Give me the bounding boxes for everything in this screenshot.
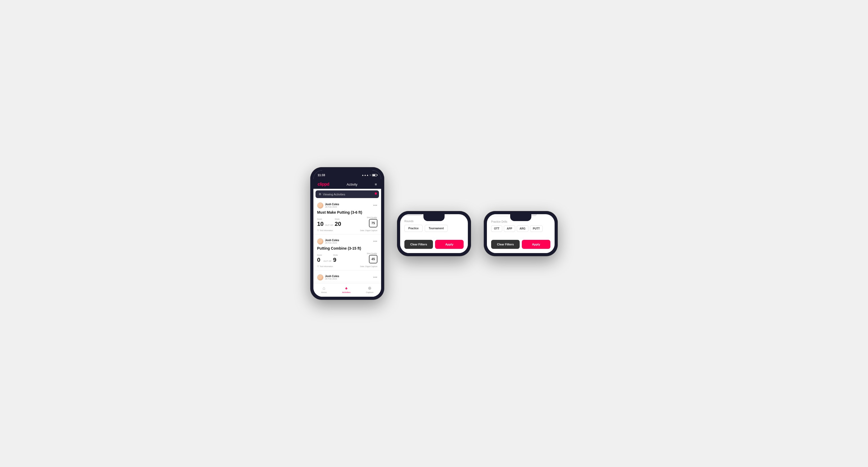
score-label-1: Score: [317, 218, 323, 220]
data-source-1: Data: Clippd Capture: [360, 229, 377, 231]
drill-tags-3: OTT APP ARG PUTT: [491, 225, 550, 232]
wifi-icon-3: ≈: [543, 218, 545, 220]
activities-icon: ♠: [345, 286, 347, 291]
filter-rounds-btn[interactable]: Rounds: [404, 214, 422, 216]
filter-tournament-btn[interactable]: Tournament: [425, 225, 448, 232]
card-user: Josh Coles 28 Feb 2023: [317, 202, 339, 209]
test-info-2: ⓘ Test Information: [317, 265, 333, 268]
wifi-icon: ≈: [370, 174, 371, 176]
filter-rounds-btn-3[interactable]: Rounds: [491, 214, 509, 216]
logo: clippd: [318, 182, 329, 187]
user-date-2: 28 Feb 2023: [325, 242, 339, 244]
drill-ott[interactable]: OTT: [491, 225, 502, 232]
avatar-1: [317, 202, 323, 209]
clear-filters-btn-3[interactable]: Clear Filters: [491, 240, 520, 249]
wifi-icon-2: ≈: [457, 218, 458, 220]
out-of-label-1: OUT OF: [324, 224, 334, 226]
scene: 11:33 ▲▲▲ ≈ clippd Activity ≡ ⚙ Vi: [300, 151, 568, 316]
more-icon-3[interactable]: •••: [373, 276, 377, 279]
signal-icon-3: ▲▲▲: [535, 218, 542, 220]
shots-value-2: 9: [333, 256, 338, 263]
status-icons-3: ▲▲▲ ≈: [535, 218, 550, 220]
shot-quality-label-1: Shot Quality: [367, 217, 377, 218]
status-time: 11:33: [318, 174, 325, 177]
clear-filters-btn-2[interactable]: Clear Filters: [404, 240, 433, 249]
user-date-1: 28 Feb 2023: [325, 206, 339, 208]
drill-arg[interactable]: ARG: [517, 225, 528, 232]
apply-btn-3[interactable]: Apply: [522, 240, 550, 249]
filter-practice-btn[interactable]: Practice: [404, 225, 423, 232]
viewing-activities-banner[interactable]: ⚙ Viewing Activities: [315, 190, 379, 198]
avatar-3: [317, 274, 323, 281]
notch: [337, 170, 358, 177]
nav-capture[interactable]: ⊕ Capture: [366, 286, 373, 293]
signal-icon: ▲▲▲: [362, 174, 369, 176]
app-header: clippd Activity ≡: [313, 180, 381, 189]
activity-card-1: Josh Coles 28 Feb 2023 ••• Must Make Put…: [313, 200, 381, 235]
rounds-options-2: Practice Tournament: [404, 225, 464, 232]
card-user-3: Josh Coles 28 Feb 2023: [317, 274, 339, 281]
shot-quality-badge-1: 75: [369, 219, 377, 227]
activity-card-2: Josh Coles 28 Feb 2023 ••• Putting Combi…: [313, 236, 381, 271]
user-name-3: Josh Coles: [325, 275, 339, 278]
out-of-label-2: OUT OF: [323, 260, 332, 262]
notch-2: [424, 214, 444, 221]
shots-value-1: 20: [335, 221, 341, 227]
filter-dot: [375, 192, 377, 195]
shot-quality-label-2: Shot Quality: [367, 253, 377, 254]
activity-title-2: Putting Combine (3-15 ft): [317, 246, 377, 250]
sheet-footer-3: Clear Filters Apply: [487, 240, 555, 249]
activity-card-3: Josh Coles 28 Feb 2023 •••: [313, 272, 381, 282]
score-value-2: 0: [317, 256, 322, 263]
shots-label-1: Shots: [335, 218, 341, 220]
header-title: Activity: [346, 183, 357, 186]
shot-quality-badge-2: 45: [369, 255, 377, 263]
phone-activities: 11:33 ▲▲▲ ≈ clippd Activity ≡ ⚙ Vi: [310, 167, 384, 300]
home-icon: ⌂: [323, 286, 325, 291]
data-source-2: Data: Clippd Capture: [360, 266, 377, 267]
battery-icon-3: [546, 218, 550, 220]
menu-icon[interactable]: ≡: [375, 182, 377, 186]
sheet-footer-2: Clear Filters Apply: [400, 240, 468, 249]
signal-icon-2: ▲▲▲: [448, 218, 456, 220]
shots-label-2: Shots: [333, 254, 338, 256]
filter-icon: ⚙: [319, 192, 321, 196]
activities-label: Activities: [342, 291, 351, 293]
more-icon-1[interactable]: •••: [373, 204, 377, 207]
phone-filter-rounds: 11:33 ▲▲▲ ≈ clippd Activity ≡ ⚙ View: [397, 211, 471, 256]
avatar-2: [317, 238, 323, 245]
phone-filter-practice: 11:33 ▲▲▲ ≈ clippd Activity ≡ ⚙ View: [484, 211, 558, 256]
score-label-2: Score: [317, 254, 322, 256]
viewing-label: Viewing Activities: [323, 193, 345, 196]
nav-home[interactable]: ⌂ Home: [321, 286, 327, 293]
drill-putt[interactable]: PUTT: [530, 225, 543, 232]
apply-btn-2[interactable]: Apply: [435, 240, 464, 249]
battery-icon-2: [459, 218, 464, 220]
capture-label: Capture: [366, 291, 373, 293]
notch-3: [510, 214, 531, 221]
status-icons: ▲▲▲ ≈: [362, 174, 377, 176]
bottom-nav: ⌂ Home ♠ Activities ⊕ Capture: [313, 283, 381, 297]
status-time-3: 11:33: [491, 217, 499, 221]
drill-app[interactable]: APP: [504, 225, 515, 232]
test-info-1: ⓘ Test Information: [317, 229, 333, 232]
user-name-2: Josh Coles: [325, 239, 339, 242]
status-icons-2: ▲▲▲ ≈: [448, 218, 464, 220]
nav-activities[interactable]: ♠ Activities: [342, 286, 351, 293]
card-user-2: Josh Coles 28 Feb 2023: [317, 238, 339, 245]
more-icon-2[interactable]: •••: [373, 240, 377, 243]
user-date-3: 28 Feb 2023: [325, 278, 339, 280]
activity-title-1: Must Make Putting (3-6 ft): [317, 210, 377, 214]
score-value-1: 10: [317, 221, 323, 227]
battery-icon: [372, 174, 377, 176]
user-name-1: Josh Coles: [325, 203, 339, 206]
home-label: Home: [321, 291, 327, 293]
capture-icon: ⊕: [368, 286, 371, 291]
status-time-2: 11:33: [404, 217, 412, 221]
